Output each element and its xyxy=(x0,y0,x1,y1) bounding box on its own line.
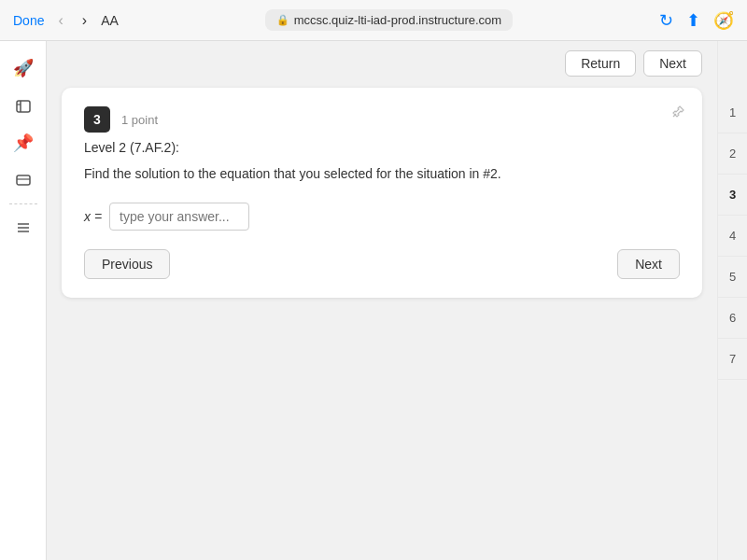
sidebar-icon-pin[interactable]: 📌 xyxy=(5,125,42,161)
url-bar[interactable]: 🔒 mccsc.quiz-lti-iad-prod.instructure.co… xyxy=(265,9,514,31)
question-text: Find the solution to the equation that y… xyxy=(84,164,680,184)
question-level: Level 2 (7.AF.2): xyxy=(84,140,680,155)
lock-icon: 🔒 xyxy=(276,14,289,26)
nav-num-1[interactable]: 1 xyxy=(718,92,748,133)
sidebar-icon-card[interactable] xyxy=(5,162,42,198)
next-bottom-button[interactable]: Next xyxy=(617,249,680,279)
bookmark-icon[interactable]: 🧭 xyxy=(713,10,734,31)
nav-num-2[interactable]: 2 xyxy=(718,133,748,175)
svg-rect-3 xyxy=(17,175,30,185)
nav-num-7[interactable]: 7 xyxy=(718,339,748,380)
right-nav: 1 2 3 4 5 6 7 xyxy=(717,41,747,560)
answer-area: x = xyxy=(84,203,680,231)
main-content: Return Next 3 1 point Level 2 (7.AF.2): … xyxy=(47,41,717,560)
text-size-button[interactable]: AA xyxy=(101,13,119,28)
question-card: 3 1 point Level 2 (7.AF.2): Find the sol… xyxy=(62,88,702,298)
svg-rect-0 xyxy=(17,101,30,112)
back-button[interactable]: ‹ xyxy=(53,10,67,31)
answer-label: x = xyxy=(84,209,102,224)
forward-button[interactable]: › xyxy=(78,10,92,31)
question-points: 1 point xyxy=(121,113,158,127)
next-top-button[interactable]: Next xyxy=(643,50,702,77)
share-icon[interactable]: ⬆ xyxy=(686,10,700,31)
nav-num-5[interactable]: 5 xyxy=(718,257,748,298)
answer-input[interactable] xyxy=(109,203,249,231)
pin-icon[interactable] xyxy=(670,105,685,123)
sidebar-icon-rocket[interactable]: 🚀 xyxy=(5,50,42,86)
done-button[interactable]: Done xyxy=(13,13,44,28)
sidebar-icon-tab[interactable] xyxy=(5,88,42,123)
top-toolbar: Return Next xyxy=(62,50,702,77)
nav-num-6[interactable]: 6 xyxy=(718,298,748,339)
question-number-badge: 3 xyxy=(84,106,110,133)
return-button[interactable]: Return xyxy=(565,50,636,77)
nav-buttons: Previous Next xyxy=(84,249,680,279)
sidebar-divider xyxy=(9,203,37,204)
nav-num-3[interactable]: 3 xyxy=(718,175,748,216)
previous-button[interactable]: Previous xyxy=(84,249,170,279)
url-text: mccsc.quiz-lti-iad-prod.instructure.com xyxy=(294,13,502,27)
sidebar-icon-lines[interactable] xyxy=(5,210,42,245)
refresh-icon[interactable]: ↻ xyxy=(659,10,673,31)
browser-bar: Done ‹ › AA 🔒 mccsc.quiz-lti-iad-prod.in… xyxy=(0,0,747,41)
question-header: 3 1 point xyxy=(84,106,680,133)
nav-num-4[interactable]: 4 xyxy=(718,216,748,257)
sidebar: 🚀 📌 xyxy=(0,41,47,560)
